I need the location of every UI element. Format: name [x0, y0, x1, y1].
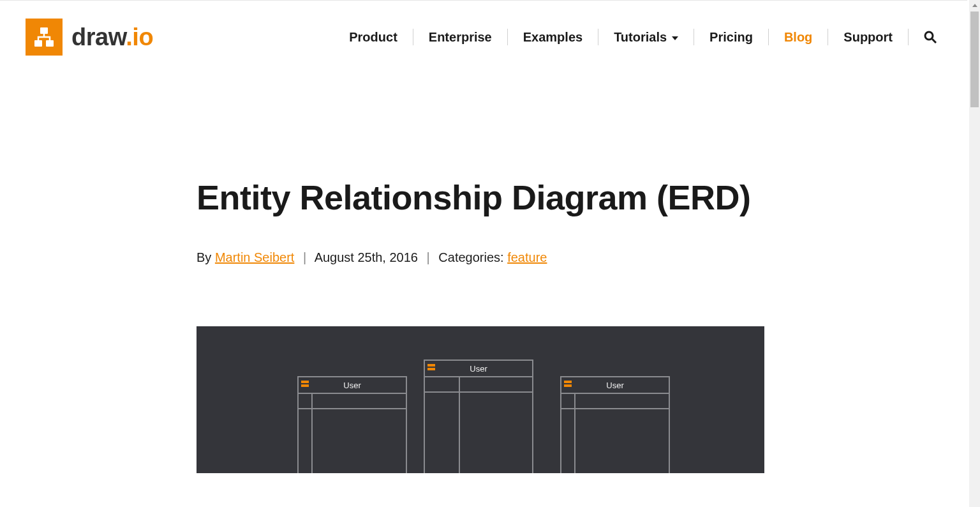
erd-header: User — [299, 377, 406, 394]
erd-body — [299, 394, 406, 473]
post-date: August 25th, 2016 — [315, 250, 418, 264]
nav-label: Enterprise — [429, 30, 492, 45]
nav-label: Blog — [784, 30, 812, 45]
erd-table: User — [424, 359, 533, 473]
chevron-down-icon — [672, 36, 678, 40]
erd-body — [561, 394, 669, 473]
erd-table: User — [297, 376, 407, 473]
main-nav: Product Enterprise Examples Tutorials Pr… — [334, 29, 942, 45]
scrollbar[interactable] — [969, 0, 980, 473]
nav-label: Pricing — [709, 30, 753, 45]
post-content: Entity Relationship Diagram (ERD) By Mar… — [197, 73, 771, 473]
erd-body — [425, 377, 532, 473]
by-label: By — [197, 250, 215, 264]
post-title: Entity Relationship Diagram (ERD) — [197, 176, 771, 220]
scroll-up-button[interactable] — [969, 0, 980, 11]
logo-text-a: draw — [71, 24, 126, 50]
author-link[interactable]: Martin Seibert — [215, 250, 295, 264]
erd-col — [425, 377, 460, 473]
nav-blog[interactable]: Blog — [769, 30, 828, 45]
logo-mark-icon — [26, 19, 63, 56]
nav-examples[interactable]: Examples — [508, 30, 598, 45]
svg-point-3 — [925, 32, 933, 40]
erd-title: User — [561, 381, 669, 390]
svg-rect-0 — [40, 27, 48, 34]
erd-title: User — [425, 364, 532, 374]
nav-label: Examples — [523, 30, 583, 45]
nav-support[interactable]: Support — [828, 30, 908, 45]
nav-pricing[interactable]: Pricing — [694, 30, 768, 45]
logo-text: draw.io — [71, 24, 153, 51]
erd-col — [299, 394, 313, 473]
nav-label: Tutorials — [614, 30, 667, 45]
table-icon — [564, 381, 572, 383]
erd-row — [561, 394, 669, 409]
svg-rect-2 — [46, 40, 54, 47]
erd-header: User — [561, 377, 669, 394]
table-icon — [427, 364, 435, 367]
logo-text-b: .io — [126, 24, 153, 50]
site-header: draw.io Product Enterprise Examples Tuto… — [0, 1, 967, 73]
meta-sep: | — [422, 250, 435, 264]
svg-line-4 — [932, 39, 936, 43]
nav-label: Product — [349, 30, 397, 45]
nav-tutorials[interactable]: Tutorials — [598, 30, 694, 45]
nav-product[interactable]: Product — [334, 30, 413, 45]
logo[interactable]: draw.io — [26, 19, 153, 56]
search-button[interactable] — [909, 31, 942, 43]
table-icon — [301, 381, 309, 383]
meta-sep: | — [298, 250, 311, 264]
search-icon — [924, 31, 937, 43]
hero-image: User User Us — [197, 326, 764, 473]
svg-rect-1 — [34, 40, 42, 47]
post-meta: By Martin Seibert | August 25th, 2016 | … — [197, 250, 771, 265]
category-link[interactable]: feature — [507, 250, 547, 264]
arrow-up-icon — [972, 4, 977, 7]
categories-label: Categories: — [438, 250, 507, 264]
erd-row — [299, 394, 406, 409]
erd-col — [561, 394, 575, 473]
erd-header: User — [425, 361, 532, 377]
scrollbar-thumb[interactable] — [970, 11, 979, 107]
nav-label: Support — [843, 30, 893, 45]
erd-title: User — [299, 381, 406, 390]
nav-enterprise[interactable]: Enterprise — [413, 30, 507, 45]
erd-table: User — [560, 376, 670, 473]
